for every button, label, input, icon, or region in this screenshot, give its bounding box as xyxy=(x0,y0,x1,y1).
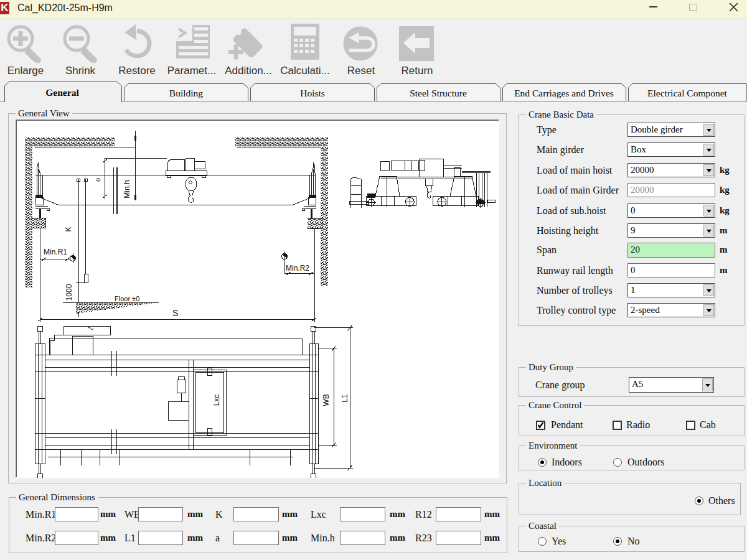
svg-text:Electrical Componet: Electrical Componet xyxy=(647,88,728,98)
svg-text:o: o xyxy=(94,178,101,182)
svg-text:Floor ±0: Floor ±0 xyxy=(115,295,139,302)
svg-text:Lxc: Lxc xyxy=(212,394,221,406)
svg-text:Min.R2: Min.R2 xyxy=(286,264,309,273)
svg-text:Building: Building xyxy=(169,88,204,98)
svg-text:Min.R1: Min.R1 xyxy=(44,248,67,256)
svg-text:Hoists: Hoists xyxy=(300,88,325,98)
svg-text:K: K xyxy=(64,226,73,231)
svg-text:1000: 1000 xyxy=(65,284,73,301)
svg-text:Min.h: Min.h xyxy=(123,180,131,198)
svg-text:General: General xyxy=(45,87,79,98)
svg-text:L1: L1 xyxy=(341,394,349,403)
svg-text:WB: WB xyxy=(322,394,331,406)
svg-text:S: S xyxy=(172,308,178,318)
svg-text:End Carriages and Drives: End Carriages and Drives xyxy=(514,88,614,98)
svg-text:Steel Structure: Steel Structure xyxy=(410,88,467,98)
